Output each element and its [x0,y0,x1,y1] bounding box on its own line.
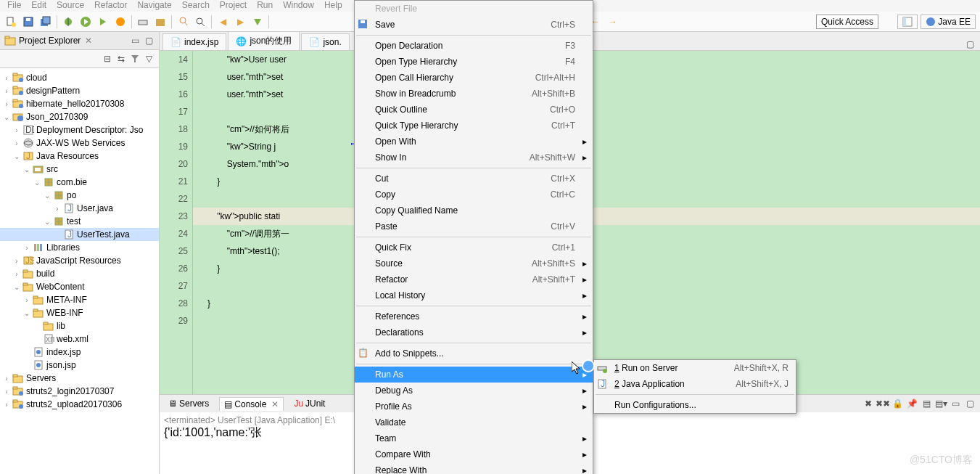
scroll-lock-icon[interactable]: 🔒 [892,398,903,409]
tree-item-struts2_upload20170306[interactable]: ›struts2_upload20170306 [0,398,159,411]
tree-item-po[interactable]: ⌄po [0,189,159,202]
run-as-submenu[interactable]: 1 Run on ServerAlt+Shift+X, RJ2 Java App… [593,359,796,414]
nav-back-icon[interactable]: ◀ [215,14,231,30]
menu-file[interactable]: File [7,0,21,12]
open-perspective-button[interactable] [897,15,918,29]
menu-item-refactor[interactable]: RefactorAlt+Shift+T▸ [355,271,593,287]
menu-item-local-history[interactable]: Local History▸ [355,287,593,303]
save-all-icon[interactable] [38,14,54,30]
tab-json[interactable]: 📄json. [301,33,349,50]
clear-console-icon[interactable]: ✖ [862,398,874,409]
new-icon[interactable] [3,14,19,30]
tab-index-jsp[interactable]: 📄index.jsp [162,33,226,50]
twist-icon[interactable]: › [23,244,30,252]
menu-run[interactable]: Run [257,0,273,12]
tree-item-webcontent[interactable]: ⌄WebContent [0,280,159,293]
menu-item-quick-fix[interactable]: Quick FixCtrl+1 [355,240,593,256]
twist-icon[interactable]: ⌄ [44,218,51,226]
menu-item-replace-with[interactable]: Replace With▸ [355,462,593,474]
tree-item-src[interactable]: ⌄src [0,163,159,176]
twist-icon[interactable]: › [54,205,61,213]
menu-item-quick-outline[interactable]: Quick OutlineCtrl+O [355,102,593,118]
menu-item-validate[interactable]: Validate [355,414,593,430]
menu-project[interactable]: Project [220,0,247,12]
quick-access-input[interactable]: Quick Access [816,15,878,29]
menu-navigate[interactable]: Navigate [137,0,171,12]
submenu-item-java-application[interactable]: J2 Java ApplicationAlt+Shift+X, J [594,376,796,392]
menu-item-show-in[interactable]: Show InAlt+Shift+W▸ [355,150,593,166]
menu-item-team[interactable]: Team▸ [355,430,593,446]
menu-item-copy[interactable]: CopyCtrl+C [355,187,593,203]
display-console-icon[interactable]: ▤ [921,398,932,409]
tree-item-jax-ws-web-services[interactable]: ›JAX-WS Web Services [0,136,159,150]
editor-context-menu[interactable]: Revert FileSaveCtrl+SOpen DeclarationF3O… [354,0,593,474]
menu-item-cut[interactable]: CutCtrl+X [355,171,593,187]
twist-icon[interactable]: ⌄ [44,192,51,200]
tree-item-javascript-resources[interactable]: ›JSJavaScript Resources [0,254,159,267]
menu-item-declarations[interactable]: Declarations▸ [355,324,593,340]
twist-icon[interactable]: ⌄ [23,309,30,317]
menu-refactor[interactable]: Refactor [94,0,127,12]
menu-item-add-to-snippets-[interactable]: 📋Add to Snippets... [355,346,593,361]
close-icon[interactable]: ✕ [85,36,92,46]
twist-icon[interactable]: › [3,388,10,396]
nav-fwd-icon[interactable]: ▶ [232,14,248,30]
menu-item-paste[interactable]: PasteCtrl+V [355,218,593,234]
link-editor-icon[interactable]: ⇆ [115,53,127,65]
tree-item-usertest-java[interactable]: JUserTest.java [0,228,159,241]
tab-junit[interactable]: JuJUnit [289,397,329,410]
maximize-icon[interactable]: ▢ [143,35,155,46]
open-console-icon[interactable]: ▤▾ [935,398,947,409]
menu-item-open-declaration[interactable]: Open DeclarationF3 [355,38,593,54]
menu-item-open-type-hierarchy[interactable]: Open Type HierarchyF4 [355,54,593,70]
tree-item-json-jsp[interactable]: json.jsp [0,359,159,372]
menu-item-compare-with[interactable]: Compare With▸ [355,446,593,462]
tab-servers[interactable]: 🖥Servers [164,397,213,410]
menu-item-save[interactable]: SaveCtrl+S [355,17,593,33]
twist-icon[interactable]: › [13,139,20,147]
twist-icon[interactable]: › [3,100,10,108]
twist-icon[interactable]: ⌄ [23,166,30,173]
minimize-icon[interactable]: ▭ [950,398,961,409]
tree-item-libraries[interactable]: ›Libraries [0,241,159,254]
debug-icon[interactable] [60,14,76,30]
menu-item-profile-as[interactable]: Profile As▸ [355,399,593,414]
tab-json-usage[interactable]: 🌐json的使用 [228,31,300,50]
tree-item-test[interactable]: ⌄test [0,215,159,228]
menu-edit[interactable]: Edit [31,0,46,12]
submenu-item-run-configurations-[interactable]: Run Configurations... [594,397,796,413]
tree-item-deployment-descriptor--jso[interactable]: ›DDDeployment Descriptor: Jso [0,123,159,136]
tree-item-lib[interactable]: lib [0,319,159,332]
view-menu-icon[interactable]: ▽ [143,53,155,65]
tab-console[interactable]: ▤Console✕ [219,397,284,411]
project-tree[interactable]: ›cloud›designPattern›hibernate_hello2017… [0,68,159,474]
tree-item-servers[interactable]: ›Servers [0,372,159,385]
run-icon[interactable] [78,14,94,30]
editor-maximize-icon[interactable]: ▢ [964,38,976,50]
menu-source[interactable]: Source [57,0,84,12]
tree-item-build[interactable]: ›build [0,267,159,280]
twist-icon[interactable]: › [3,401,10,409]
twist-icon[interactable]: › [3,87,10,95]
minimize-icon[interactable]: ▭ [129,35,141,46]
tree-item-web-inf[interactable]: ⌄WEB-INF [0,306,159,319]
tree-item-com-bie[interactable]: ⌄com.bie [0,176,159,189]
collapse-all-icon[interactable]: ⊟ [102,53,113,65]
save-icon[interactable] [20,14,36,30]
tree-item-java-resources[interactable]: ⌄JJava Resources [0,150,159,163]
filter-icon[interactable] [129,53,141,65]
tree-item-user-java[interactable]: ›JUser.java [0,202,159,215]
run-last-icon[interactable] [95,14,111,30]
pin-console-icon[interactable]: 📌 [906,398,918,409]
twist-icon[interactable]: ⌄ [3,113,10,121]
menu-item-quick-type-hierarchy[interactable]: Quick Type HierarchyCtrl+T [355,118,593,134]
twist-icon[interactable]: › [3,375,10,383]
javaee-perspective-button[interactable]: Java EE [921,15,976,29]
new-server-icon[interactable] [135,14,151,30]
drop-icon[interactable] [250,14,265,30]
twist-icon[interactable]: › [13,257,20,265]
twist-icon[interactable]: › [23,296,30,304]
tree-item-meta-inf[interactable]: ›META-INF [0,293,159,306]
fwd-nav-icon[interactable]: → [605,14,621,30]
coverage-icon[interactable] [112,14,128,30]
